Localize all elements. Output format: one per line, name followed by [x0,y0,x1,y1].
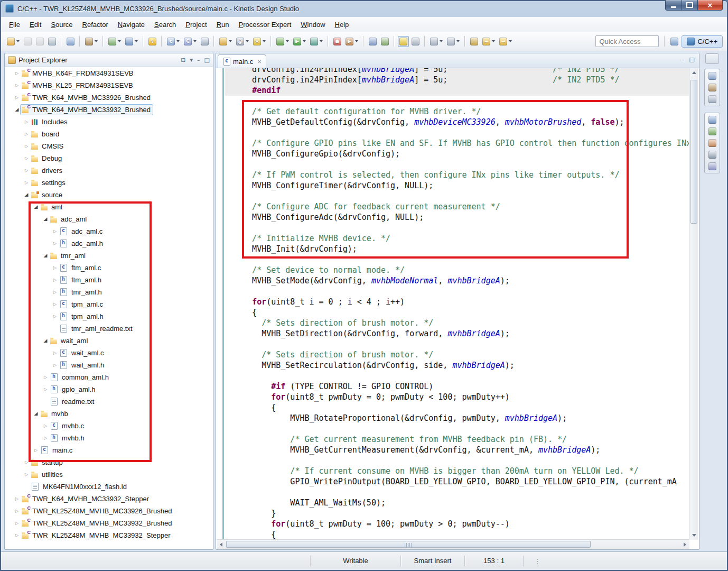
menu-navigate[interactable]: Navigate [113,19,150,31]
flash-programmer-button[interactable] [124,36,139,47]
open-task-button[interactable]: @ [235,36,250,47]
scroll-up-arrow-icon[interactable] [689,68,698,77]
tab-close-icon[interactable]: × [257,58,262,66]
tree-item-wait-aml[interactable]: ◢wait_aml [5,335,213,347]
tree-item-mvhb-kl25-frdm34931sevb[interactable]: ▷MVHB_KL25_FRDM34931SEVB [5,79,213,91]
tree-item-twr-k64-mvhb-mc33926-brushed[interactable]: ▷TWR_K64_MVHB_MC33926_Brushed [5,91,213,104]
menu-refactor[interactable]: Refactor [78,19,113,31]
menu-help[interactable]: Help [330,19,354,31]
profile-button[interactable] [309,36,324,47]
tree-collapsed-arrow-icon[interactable]: ▷ [23,468,30,481]
last-edit-location-button[interactable] [469,36,480,47]
tree-collapsed-arrow-icon[interactable]: ▷ [51,225,59,237]
tree-item-tmr-aml[interactable]: ◢tmr_aml [5,250,213,262]
tree-collapsed-arrow-icon[interactable]: ▷ [13,505,21,517]
make-targets-view-icon[interactable] [708,84,716,91]
tree-item-twr-kl25z48m-mvhb-mc33926-brushed[interactable]: ▷TWR_KL25Z48M_MVHB_MC33926_Brushed [5,505,213,517]
vertical-scrollbar[interactable] [689,68,698,540]
menu-search[interactable]: Search [150,19,181,31]
tree-expanded-arrow-icon[interactable]: ◢ [42,213,49,225]
tree-item-mvhb-c[interactable]: ▷mvhb.c [5,420,213,432]
menu-processor-expert[interactable]: Processor Expert [234,19,296,31]
mark-occurrences-button[interactable] [398,36,409,47]
new-cpp-class-button[interactable]: C [182,36,198,47]
tree-item-common-aml-h[interactable]: ▷common_aml.h [5,371,213,383]
problems-view-icon[interactable] [708,139,716,147]
pemicro-lightning-button[interactable]: ϟ [147,36,158,47]
title-bar[interactable]: C/C++ - TWR_KL25Z48M_MVHB_MC33926_Brushe… [1,0,727,17]
tree-item-twr-kl25z48m-mvhb-mc33932-brushed[interactable]: ▷TWR_KL25Z48M_MVHB_MC33932_Brushed [5,517,213,529]
search-button[interactable] [218,36,234,47]
menu-window[interactable]: Window [296,19,330,31]
tree-collapsed-arrow-icon[interactable]: ▷ [51,262,59,274]
menu-edit[interactable]: Edit [25,19,46,31]
scroll-left-arrow-icon[interactable] [217,540,226,549]
console-view-icon[interactable] [708,151,716,159]
horizontal-scroll-thumb[interactable] [226,541,591,548]
tree-collapsed-arrow-icon[interactable]: ▷ [42,371,49,383]
build-all-button[interactable] [83,36,99,47]
tree-item-adc-aml-c[interactable]: ▷adc_aml.c [5,225,213,237]
close-window-button[interactable]: × [697,0,723,11]
tree-item-twr-k64-mvhb-mc33932-brushed[interactable]: ◢TWR_K64_MVHB_MC33932_Brushed [5,104,213,116]
quick-access-input[interactable] [595,35,659,47]
open-perspective-icon[interactable] [670,38,678,45]
tree-expanded-arrow-icon[interactable]: ◢ [32,408,40,420]
pe-generate-button[interactable] [367,36,378,47]
tree-collapsed-arrow-icon[interactable]: ▷ [13,493,21,505]
tree-item-mvhb-k64f-frdm34931sevb[interactable]: ▷MVHB_K64F_FRDM34931SEVB [5,67,213,79]
tree-collapsed-arrow-icon[interactable]: ▷ [13,79,21,91]
tree-item-startup[interactable]: ▷startup [5,456,213,468]
collapse-all-button[interactable]: ⊟ [181,57,185,63]
tree-item-mvhb[interactable]: ◢mvhb [5,408,213,420]
tree-collapsed-arrow-icon[interactable]: ▷ [51,347,59,359]
minimize-window-button[interactable] [665,0,682,11]
tree-item-mvhb-h[interactable]: ▷mvhb.h [5,432,213,444]
restore-window-button[interactable] [682,0,697,11]
tree-item-tmr-aml-readme-txt[interactable]: tmr_aml_readme.txt [5,323,213,335]
tree-item-adc-aml[interactable]: ◢adc_aml [5,213,213,225]
tree-collapsed-arrow-icon[interactable]: ▷ [13,529,21,541]
tab-main-c[interactable]: main.c × [218,54,266,68]
maximize-view-button[interactable]: □ [204,57,210,63]
tree-collapsed-arrow-icon[interactable]: ▷ [51,298,59,310]
menu-file[interactable]: File [4,19,25,31]
tree-collapsed-arrow-icon[interactable]: ▷ [42,432,49,444]
tree-collapsed-arrow-icon[interactable]: ▷ [23,140,30,152]
tree-item-readme-txt[interactable]: readme.txt [5,395,213,408]
tree-item-adc-aml-h[interactable]: ▷adc_aml.h [5,237,213,250]
tree-item-drivers[interactable]: ▷drivers [5,164,213,177]
tree-collapsed-arrow-icon[interactable]: ▷ [51,310,59,323]
tree-item-includes[interactable]: ▷Includes [5,116,213,128]
open-element-button[interactable] [199,36,210,47]
tree-item-tmr-aml-h[interactable]: ▷tmr_aml.h [5,286,213,298]
code-area[interactable]: drvConfig.in24PinIndex[mvhbBridgeA] = 5u… [225,68,689,540]
debug-button[interactable] [275,36,291,47]
prev-annotation-button[interactable] [445,36,461,47]
tree-expanded-arrow-icon[interactable]: ◢ [13,104,21,116]
tree-item-cmsis[interactable]: ▷CMSIS [5,140,213,152]
vertical-scroll-thumb[interactable] [690,80,697,224]
forward-button[interactable]: → [498,36,514,47]
tree-item-ftm-aml-h[interactable]: ▷ftm_aml.h [5,274,213,286]
tree-collapsed-arrow-icon[interactable]: ▷ [51,237,59,250]
tree-collapsed-arrow-icon[interactable]: ▷ [23,164,30,177]
tree-item-board[interactable]: ▷board [5,128,213,140]
properties-view-icon[interactable] [708,162,716,170]
tree-collapsed-arrow-icon[interactable]: ▷ [42,420,49,432]
tree-item-debug[interactable]: ▷Debug [5,152,213,164]
tree-expanded-arrow-icon[interactable]: ◢ [32,201,40,213]
tree-collapsed-arrow-icon[interactable]: ▷ [23,128,30,140]
show-whitespace-button[interactable] [410,36,421,47]
tree-collapsed-arrow-icon[interactable]: ▷ [23,152,30,164]
restore-views-button[interactable] [705,53,719,64]
tree-collapsed-arrow-icon[interactable]: ▷ [23,177,30,189]
external-tools-button[interactable]: ▶ [344,36,360,47]
run-button[interactable]: ▶ [292,36,307,47]
tree-item-aml[interactable]: ◢aml [5,201,213,213]
tree-collapsed-arrow-icon[interactable]: ▷ [51,286,59,298]
tree-expanded-arrow-icon[interactable]: ◢ [42,335,49,347]
tree-collapsed-arrow-icon[interactable]: ▷ [23,116,30,128]
scroll-down-arrow-icon[interactable] [689,531,698,540]
tree-collapsed-arrow-icon[interactable]: ▷ [13,517,21,529]
